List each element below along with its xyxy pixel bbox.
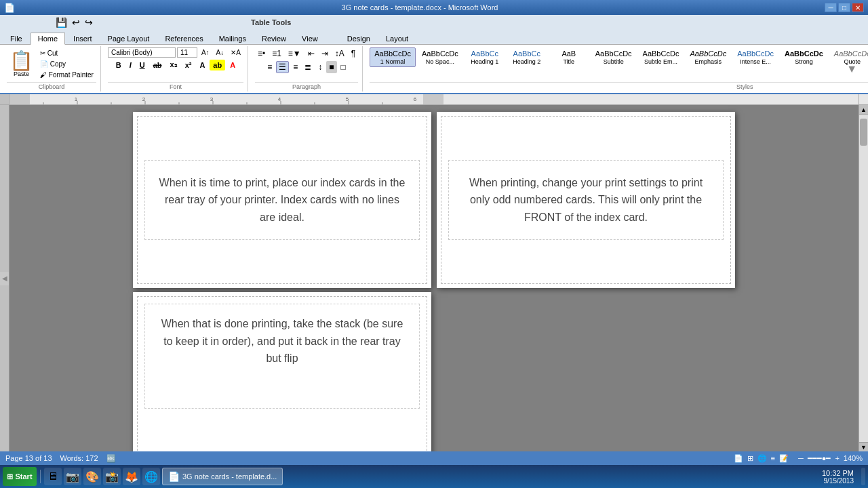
tab-home[interactable]: Home [31, 33, 65, 45]
window-title: 3G note cards - template.docx - Microsof… [15, 3, 825, 12]
style-emphasis[interactable]: AaBbCcDcEmphasis [685, 47, 731, 67]
style-no-space[interactable]: AaBbCcDcNo Spac... [417, 47, 463, 67]
align-center-button[interactable]: ☰ [276, 61, 289, 73]
format-painter-button[interactable]: 🖌 Format Painter [37, 70, 96, 80]
sort-button[interactable]: ↕A [332, 47, 347, 60]
underline-button[interactable]: U [136, 60, 149, 70]
start-button[interactable]: ⊞ Start [3, 467, 37, 486]
tab-review[interactable]: Review [254, 33, 294, 44]
style-title[interactable]: AaBTitle [549, 47, 589, 67]
ruler-svg: 1 2 3 4 5 6 [9, 94, 859, 104]
copy-button[interactable]: 📄 Copy [37, 59, 96, 69]
font-name-input[interactable] [108, 47, 176, 58]
font-color-button[interactable]: A [226, 60, 239, 70]
save-qat-btn[interactable]: 💾 [54, 16, 68, 28]
taskbar-clock: 10:32 PM 9/15/2013 [822, 469, 859, 485]
ribbon-expand-button[interactable]: ▼ [846, 63, 857, 75]
style-strong[interactable]: AaBbCcDcStrong [780, 47, 828, 67]
paragraph-label: Paragraph [255, 82, 358, 90]
restore-button[interactable]: □ [838, 3, 850, 12]
align-right-button[interactable]: ≡ [290, 61, 300, 73]
bold-button[interactable]: B [113, 60, 125, 70]
card-text-3: When that is done printing, take the sta… [156, 315, 408, 367]
taskbar: ⊞ Start 🖥 📷 🎨 📸 🦊 🌐 📄 3G note cards - te… [0, 465, 868, 488]
borders-button[interactable]: □ [338, 61, 349, 73]
shrink-font-button[interactable]: A↓ [214, 47, 227, 58]
text-effects-button[interactable]: A [196, 60, 208, 70]
vertical-scrollbar[interactable]: ▲ ▼ [859, 105, 868, 451]
taskbar-desktop-btn[interactable]: 🖥 [44, 468, 62, 485]
tab-mailings[interactable]: Mailings [212, 33, 254, 44]
tab-references[interactable]: References [157, 33, 210, 44]
tab-layout[interactable]: Layout [378, 33, 416, 44]
taskbar-word-btn[interactable]: 📄 3G note cards - template.d... [162, 468, 283, 485]
quick-access-toolbar: 💾 ↩ ↪ [54, 16, 94, 28]
taskbar-time: 10:32 PM [822, 469, 854, 477]
font-size-input[interactable] [177, 47, 197, 58]
taskbar-lightroom-btn[interactable]: 🎨 [83, 468, 101, 485]
svg-text:5: 5 [346, 96, 349, 102]
tab-view[interactable]: View [294, 33, 326, 44]
highlight-button[interactable]: ab [210, 60, 225, 70]
shading-button[interactable]: ■ [326, 61, 336, 73]
taskbar-word-label: 3G note cards - template.d... [182, 472, 277, 481]
cut-button[interactable]: ✂ Cut [37, 48, 96, 58]
svg-text:2: 2 [142, 96, 146, 102]
clear-format-button[interactable]: ✕A [228, 47, 243, 58]
styles-group: AaBbCcDc1 Normal AaBbCcDcNo Spac... AaBb… [366, 46, 868, 92]
view-web-btn[interactable]: 🌐 [757, 454, 767, 463]
view-print-btn[interactable]: 📄 [734, 454, 743, 463]
numbering-button[interactable]: ≡1 [269, 47, 284, 60]
zoom-in-btn[interactable]: + [835, 454, 839, 462]
subscript-button[interactable]: x₂ [167, 59, 180, 70]
scroll-thumb[interactable] [860, 119, 867, 146]
style-intense-em[interactable]: AaBbCcDcIntense E... [732, 47, 778, 67]
view-draft-btn[interactable]: 📝 [779, 454, 789, 463]
tab-design[interactable]: Design [340, 33, 378, 44]
card-inner-2: When printing, change your print setting… [448, 160, 724, 241]
paste-button[interactable]: 📋 Paste [7, 50, 36, 79]
style-subtitle[interactable]: AaBbCcDcSubtitle [591, 47, 637, 67]
ruler: 1 2 3 4 5 6 [9, 94, 859, 104]
tab-file[interactable]: File [3, 33, 30, 44]
taskbar-photos-btn[interactable]: 📸 [103, 468, 121, 485]
zoom-out-btn[interactable]: ─ [798, 454, 804, 462]
style-heading1[interactable]: AaBbCcHeading 1 [465, 47, 505, 67]
cards-row-1: When it is time to print, place our inde… [16, 112, 852, 288]
increase-indent-button[interactable]: ⇥ [319, 47, 331, 60]
empty-right-space [437, 292, 735, 451]
view-outline-btn[interactable]: ≡ [771, 454, 775, 462]
tab-insert[interactable]: Insert [66, 33, 100, 44]
redo-qat-btn[interactable]: ↪ [83, 16, 94, 28]
strikethrough-button[interactable]: ab [150, 60, 165, 70]
tab-page-layout[interactable]: Page Layout [100, 33, 157, 44]
superscript-button[interactable]: x² [182, 60, 195, 70]
document-area[interactable]: When it is time to print, place our inde… [9, 105, 859, 451]
language-status: 🔤 [106, 454, 116, 463]
taskbar-chrome-btn[interactable]: 🌐 [142, 468, 160, 485]
page-2: When printing, change your print setting… [437, 112, 735, 288]
multilevel-button[interactable]: ≡▼ [285, 47, 304, 60]
view-full-btn[interactable]: ⊞ [747, 454, 753, 463]
show-desktop-btn[interactable] [861, 468, 865, 485]
style-heading2[interactable]: AaBbCcHeading 2 [507, 47, 547, 67]
italic-button[interactable]: I [126, 60, 135, 70]
style-normal[interactable]: AaBbCcDc1 Normal [370, 47, 416, 67]
undo-qat-btn[interactable]: ↩ [71, 16, 81, 28]
taskbar-firefox-btn[interactable]: 🦊 [123, 468, 140, 485]
close-button[interactable]: ✕ [852, 3, 864, 12]
font-label: Font [108, 82, 243, 90]
style-subtle-em[interactable]: AaBbCcDcSubtle Em... [638, 47, 684, 67]
taskbar-date: 9/15/2013 [822, 477, 854, 485]
decrease-indent-button[interactable]: ⇤ [305, 47, 317, 60]
minimize-button[interactable]: ─ [825, 3, 837, 12]
line-spacing-button[interactable]: ↕ [315, 61, 325, 73]
bullets-button[interactable]: ≡• [255, 47, 268, 60]
show-hide-button[interactable]: ¶ [349, 47, 358, 60]
taskbar-divider [40, 470, 41, 483]
taskbar-photoshop-btn[interactable]: 📷 [64, 468, 81, 485]
grow-font-button[interactable]: A↑ [199, 47, 212, 58]
justify-button[interactable]: ≣ [302, 61, 314, 73]
align-left-button[interactable]: ≡ [264, 61, 275, 73]
zoom-bar[interactable]: ━━━●━ [808, 454, 831, 463]
